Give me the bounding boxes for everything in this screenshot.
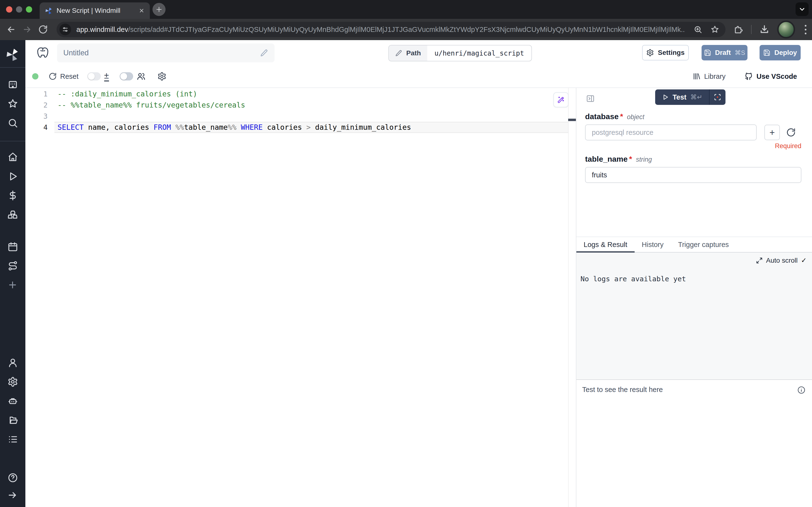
forward-icon[interactable]	[22, 25, 32, 34]
main-area: Untitled Path u/henri/magical_script Set…	[25, 40, 812, 507]
reset-label: Reset	[60, 72, 78, 80]
sidebar-item-users[interactable]	[7, 357, 18, 368]
sidebar-item-schedules[interactable]	[7, 241, 18, 252]
reset-icon	[49, 72, 57, 80]
url-bar[interactable]: app.windmill.dev/scripts/add#JTdCJTIyaGF…	[57, 22, 726, 37]
expand-icon	[756, 257, 763, 264]
line-number: 1	[25, 89, 48, 100]
editor-scrollbar-track[interactable]	[568, 88, 569, 507]
field-type-database: object	[627, 113, 644, 121]
sidebar-expand-icon[interactable]	[7, 490, 18, 500]
minimize-window-button[interactable]	[16, 6, 22, 12]
app-header: Untitled Path u/henri/magical_script Set…	[25, 40, 812, 65]
field-type-table-name: string	[636, 156, 652, 163]
github-icon	[744, 72, 753, 81]
sidebar-item-runs[interactable]	[7, 171, 18, 182]
url-path: /scripts/add#JTdCJTIyaGFzaCUyMiUzQSUyMiU…	[128, 25, 685, 33]
result-area: Test to see the result here	[576, 379, 812, 507]
auto-scroll-label: Auto scroll	[766, 257, 798, 264]
url-text: app.windmill.dev/scripts/add#JTdCJTIyaGF…	[76, 25, 685, 34]
draft-button[interactable]: Draft ⌘S	[702, 45, 748, 60]
path-chip[interactable]: Path u/henri/magical_script	[388, 45, 532, 61]
draft-label: Draft	[715, 49, 731, 57]
tab-search-chevron-button[interactable]	[796, 2, 809, 16]
diff-toggle[interactable]	[87, 72, 101, 80]
code-line: -- :daily_minimum_calories (int)	[58, 89, 576, 100]
profile-avatar[interactable]	[777, 20, 795, 39]
sidebar-item-workers[interactable]	[7, 396, 18, 406]
toolbar-divider	[751, 25, 752, 34]
ai-assistant-button[interactable]	[554, 92, 568, 107]
add-resource-button[interactable]: +	[764, 125, 780, 140]
use-vscode-button[interactable]: Use VScode	[744, 72, 797, 81]
windmill-logo-icon[interactable]	[6, 47, 19, 61]
windmill-app: Untitled Path u/henri/magical_script Set…	[0, 40, 812, 507]
draft-shortcut: ⌘S	[735, 49, 745, 57]
deploy-button[interactable]: Deploy	[760, 45, 801, 60]
fullscreen-window-button[interactable]	[26, 6, 32, 12]
library-button[interactable]: Library	[693, 72, 726, 80]
sidebar-item-workspace[interactable]	[7, 79, 18, 90]
reload-icon[interactable]	[38, 25, 48, 34]
sidebar-item-resources[interactable]	[7, 209, 18, 220]
code-lines[interactable]: -- :daily_minimum_calories (int) -- %%ta…	[58, 89, 576, 133]
result-tabs: Logs & Result History Trigger captures	[576, 237, 812, 252]
collapse-panel-icon[interactable]	[586, 94, 595, 103]
magic-wand-icon	[557, 96, 565, 104]
result-hint: Test to see the result here	[582, 386, 663, 394]
field-name-database: database	[585, 112, 619, 121]
test-button[interactable]: Test ⌘↵	[655, 90, 709, 105]
editor-toolbar: Reset ± Library Use VScode	[25, 65, 812, 88]
sidebar-item-folders[interactable]	[7, 415, 18, 426]
windmill-favicon	[45, 7, 53, 14]
zoom-icon[interactable]	[694, 25, 702, 34]
sidebar-item-help[interactable]	[7, 472, 18, 483]
site-settings-icon[interactable]	[59, 24, 71, 35]
sidebar-item-home[interactable]	[7, 152, 18, 162]
info-icon[interactable]	[797, 386, 806, 394]
browser-menu-icon[interactable]	[802, 25, 809, 34]
multiplayer-toggle[interactable]	[120, 72, 133, 80]
sidebar-item-triggers[interactable]	[7, 261, 18, 271]
path-pencil-icon	[395, 50, 402, 57]
browser-tab[interactable]: New Script | Windmill	[40, 2, 150, 19]
content: 1 2 3 4 -- :daily_minimum_calories (int)…	[25, 88, 812, 507]
settings-button[interactable]: Settings	[642, 45, 689, 60]
new-tab-button[interactable]	[153, 3, 166, 16]
sidebar-item-create[interactable]	[7, 280, 18, 290]
sidebar-item-search[interactable]	[7, 118, 18, 128]
play-icon	[662, 94, 669, 101]
sidebar-item-settings[interactable]	[7, 377, 18, 387]
table-name-input[interactable]: fruits	[585, 167, 801, 183]
tab-trigger-captures[interactable]: Trigger captures	[671, 237, 736, 252]
sidebar-item-audit-logs[interactable]	[7, 434, 18, 445]
screen: New Script | Windmill app.windmill.dev/s…	[0, 0, 812, 507]
field-name-table-name: table_name	[585, 155, 628, 164]
extensions-puzzle-icon[interactable]	[733, 24, 743, 35]
gear-icon	[646, 49, 654, 57]
tab-history[interactable]: History	[635, 237, 671, 252]
database-resource-input[interactable]: postgresql resource	[585, 124, 757, 140]
required-hint: Required	[585, 142, 801, 150]
code-editor[interactable]: 1 2 3 4 -- :daily_minimum_calories (int)…	[25, 88, 576, 507]
sidebar-item-variables[interactable]	[7, 190, 18, 201]
deploy-label: Deploy	[774, 49, 797, 57]
sidebar-item-favorites[interactable]	[7, 98, 18, 109]
script-arguments: database* object postgresql resource + R…	[576, 106, 812, 183]
close-window-button[interactable]	[6, 6, 12, 12]
code-line: -- %%table_name%% fruits/vegetables/cere…	[58, 100, 576, 111]
reset-button[interactable]: Reset	[49, 72, 78, 80]
watch-mode-button[interactable]	[709, 90, 726, 105]
refresh-resources-icon[interactable]	[786, 128, 796, 137]
bookmark-star-icon[interactable]	[710, 25, 719, 34]
close-tab-icon[interactable]	[139, 8, 144, 13]
save-icon	[763, 49, 770, 56]
auto-scroll-control[interactable]: Auto scroll ✓	[756, 257, 807, 264]
right-panel: Test ⌘↵ database* object	[576, 88, 812, 507]
back-icon[interactable]	[6, 25, 16, 34]
script-summary-input[interactable]: Untitled	[57, 44, 275, 62]
download-icon[interactable]	[759, 24, 770, 35]
editor-settings-icon[interactable]	[157, 72, 167, 81]
tab-logs-result[interactable]: Logs & Result	[576, 237, 635, 252]
browser-tabbar: New Script | Windmill	[0, 0, 812, 19]
